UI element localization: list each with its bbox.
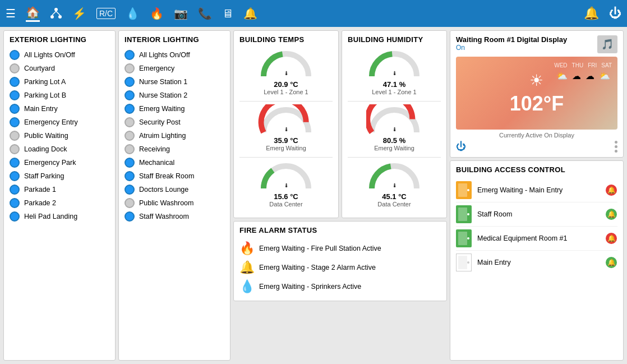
light-dot [10,158,20,168]
lightning-icon[interactable]: ⚡ [72,7,86,20]
gauge: 🌡 20.9 °C Level 1 - Zone 1 [239,48,333,95]
humidity-title: BUILDING HUMIDITY [348,35,441,44]
svg-text:🌡: 🌡 [392,71,397,76]
interior-lighting-panel: INTERIOR LIGHTING All Lights On/OffEmerg… [118,30,230,361]
top-nav: ☰ 🏠 ⚡ R/C 💧 🔥 📷 📞 🖥 🔔 🔔 ⏻ [0,0,627,27]
gauge-svg: 🌡 [366,104,422,135]
access-item: Main Entry🔔 [456,251,617,274]
access-item: Staff Room🔔 [456,202,617,227]
interior-light-item[interactable]: Nurse Station 1 [125,75,224,89]
gauge-value: 47.1 % [383,80,405,89]
svg-point-0 [54,8,58,11]
phone-icon[interactable]: 📞 [198,7,212,20]
exterior-light-item[interactable]: Parkade 1 [10,183,109,196]
access-item: Emerg Waiting - Main Entry🔔 [456,178,617,202]
cloud3-icon: ☁ [585,71,594,81]
fire-icon[interactable]: 🔥 [150,7,164,20]
interior-light-item[interactable]: Security Post [125,116,224,129]
svg-text:🔔: 🔔 [607,186,616,194]
monitor-icon[interactable]: 🖥 [222,7,233,20]
interior-light-item[interactable]: All Lights On/Off [125,48,224,62]
light-label: Nurse Station 2 [139,91,187,99]
display-menu-dots[interactable] [615,141,617,153]
exterior-light-item[interactable]: Emergency Park [10,156,109,169]
display-panel: Waiting Room #1 Digital Display On 🎵 ☀ 1… [450,30,624,158]
exterior-light-item[interactable]: All Lights On/Off [10,48,109,62]
interior-light-item[interactable]: Emerg Waiting [125,102,224,116]
light-label: Public Washroom [139,199,194,207]
alarm-nav-icon[interactable]: 🔔 [243,7,257,20]
light-label: Nurse Station 1 [139,78,187,86]
gauge-value: 20.9 °C [274,80,298,89]
light-dot [125,198,135,208]
light-dot [10,63,20,73]
exterior-light-item[interactable]: Emergency Entry [10,116,109,129]
light-dot [10,171,20,181]
light-dot [10,211,20,222]
exterior-light-item[interactable]: Parkade 2 [10,196,109,210]
light-dot [125,211,135,222]
gauge-label: Level 1 - Zone 1 [264,89,308,95]
svg-text:🌡: 🌡 [284,127,289,132]
light-dot [125,158,135,168]
camera-icon[interactable]: 📷 [174,7,188,20]
exterior-light-item[interactable]: Public Waiting [10,129,109,142]
bell-icon[interactable]: 🔔 [584,6,599,21]
home-icon[interactable]: 🏠 [26,6,40,22]
exterior-light-item[interactable]: Parking Lot A [10,75,109,89]
water-icon[interactable]: 💧 [126,7,140,20]
door-icon [456,254,472,271]
light-dot [10,144,20,154]
light-dot [10,198,20,208]
ac-icon[interactable]: R/C [96,8,116,19]
exterior-light-item[interactable]: Parking Lot B [10,89,109,102]
display-power-button[interactable]: ⏻ [456,141,466,153]
light-label: Parking Lot B [24,91,66,99]
gauge-svg: 🌡 [366,48,422,79]
interior-light-item[interactable]: Nurse Station 2 [125,89,224,102]
light-dot [125,117,135,127]
gauge: 🌡 80.5 % Emerg Waiting [348,104,441,151]
light-dot [125,104,135,114]
svg-text:🌡: 🌡 [392,183,397,188]
fire-alarm-item: 🔔Emerg Waiting - Stage 2 Alarm Active [239,258,441,277]
network-icon[interactable] [50,7,62,20]
fire-item-label: Emerg Waiting - Fire Pull Station Active [259,245,381,252]
svg-point-23 [467,237,469,239]
alarm-icon: 🔔 [605,184,617,196]
light-label: Parkade 2 [24,199,56,207]
exterior-light-item[interactable]: Loading Dock [10,142,109,156]
power-icon[interactable]: ⏻ [609,6,621,21]
menu-icon[interactable]: ☰ [6,7,16,20]
interior-light-item[interactable]: Public Washroom [125,196,224,210]
light-label: Parking Lot A [24,78,66,86]
door-icon [456,205,472,223]
svg-text:🔔: 🔔 [607,258,616,266]
gauge-value: 35.9 °C [274,136,298,145]
interior-light-item[interactable]: Emergency [125,62,224,75]
exterior-light-item[interactable]: Main Entry [10,102,109,116]
light-dot [10,77,20,87]
fire-alarm-panel: FIRE ALARM STATUS 🔥Emerg Waiting - Fire … [233,221,447,301]
light-dot [125,131,135,141]
exterior-light-item[interactable]: Heli Pad Landing [10,210,109,223]
exterior-light-item[interactable]: Staff Parking [10,169,109,183]
svg-point-1 [50,15,54,19]
exterior-light-item[interactable]: Courtyard [10,62,109,75]
light-label: Loading Dock [24,145,67,153]
display-caption: Currently Active On Display [456,132,617,139]
light-dot [10,185,20,195]
exterior-lighting-panel: EXTERIOR LIGHTING All Lights On/OffCourt… [3,30,116,361]
interior-light-item[interactable]: Doctors Lounge [125,183,224,196]
light-label: Doctors Lounge [139,186,188,193]
gauge-label: Emerg Waiting [266,145,306,151]
interior-light-item[interactable]: Receiving [125,142,224,156]
light-dot [125,171,135,181]
interior-light-item[interactable]: Staff Washroom [125,210,224,223]
interior-light-item[interactable]: Atruim Lighting [125,129,224,142]
alarm-icon: 🔔 [605,232,617,245]
interior-light-item[interactable]: Mechanical [125,156,224,169]
main-content: EXTERIOR LIGHTING All Lights On/OffCourt… [0,27,627,364]
door-icon [456,181,472,199]
interior-light-item[interactable]: Staff Break Room [125,169,224,183]
